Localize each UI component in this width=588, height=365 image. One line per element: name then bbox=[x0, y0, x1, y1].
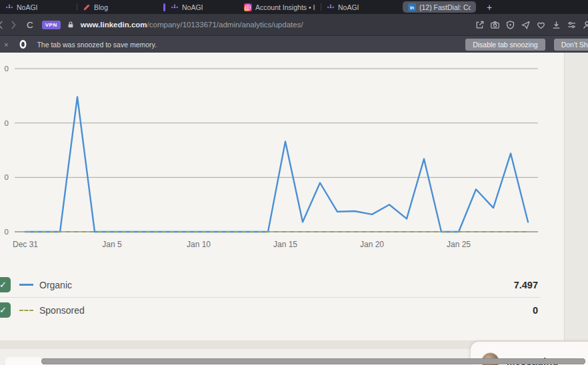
tab-label: Blog bbox=[94, 3, 108, 11]
sliders-icon[interactable] bbox=[567, 20, 577, 30]
tab-1[interactable]: NoAGI bbox=[0, 0, 77, 14]
snooze-buttons: Disable tab snoozingDon't Show bbox=[465, 39, 588, 51]
tab-2[interactable]: Blog bbox=[77, 0, 158, 14]
opera-logo-icon bbox=[18, 39, 28, 49]
svg-text:in: in bbox=[410, 5, 414, 9]
y-tick-label: 0 bbox=[5, 65, 9, 73]
address-bar[interactable]: www.linkedin.com/company/10133671/admin/… bbox=[81, 21, 303, 29]
tab-label: NoAGI bbox=[17, 3, 38, 11]
shield-icon[interactable] bbox=[505, 20, 515, 30]
snooze-bar: × The tab was snoozed to save memory. Di… bbox=[0, 36, 588, 53]
camera-icon[interactable] bbox=[490, 20, 500, 30]
noagi-icon bbox=[5, 3, 13, 11]
legend-line-sample-sponsored bbox=[19, 310, 33, 311]
x-tick-label: Dec 31 bbox=[13, 240, 38, 249]
tab-strip: NoAGIBlogNoAGIAccount Insights • InstaNo… bbox=[0, 0, 588, 14]
noagi-icon bbox=[171, 3, 179, 11]
page-content: 0000Dec 31Jan 5Jan 10Jan 15Jan 20Jan 25 … bbox=[0, 53, 588, 365]
close-icon[interactable]: × bbox=[4, 41, 8, 49]
tab-label: (12) FastDial: Company bbox=[419, 3, 471, 11]
active-tab-indicator bbox=[163, 3, 165, 11]
tab-label: NoAGI bbox=[338, 3, 359, 11]
updates-chart: 0000Dec 31Jan 5Jan 10Jan 15Jan 20Jan 25 bbox=[0, 53, 564, 252]
back-icon[interactable] bbox=[0, 21, 3, 29]
chart-svg: 0000Dec 31Jan 5Jan 10Jan 15Jan 20Jan 25 bbox=[0, 53, 564, 252]
legend-label-organic: Organic bbox=[39, 280, 72, 290]
url-host: www.linkedin.com bbox=[81, 21, 147, 29]
disable-tab-snoozing-button[interactable]: Disable tab snoozing bbox=[465, 39, 545, 51]
browser-toolbar: C VPN www.linkedin.com/company/10133671/… bbox=[0, 14, 588, 36]
x-tick-label: Jan 5 bbox=[102, 240, 122, 249]
organic-line bbox=[25, 97, 528, 232]
dont-show-button[interactable]: Don't Show bbox=[554, 39, 588, 51]
forward-icon[interactable] bbox=[11, 21, 17, 29]
y-tick-label: 0 bbox=[5, 173, 9, 181]
url-path: /company/10133671/admin/analytics/update… bbox=[147, 21, 303, 29]
send-icon[interactable] bbox=[521, 20, 531, 30]
page-right-background bbox=[564, 53, 588, 340]
tab-label: Account Insights • Insta bbox=[255, 3, 315, 11]
card-corner bbox=[5, 357, 43, 365]
legend-value-organic: 7.497 bbox=[514, 280, 538, 290]
tab-strip-tabs: NoAGIBlogNoAGIAccount Insights • InstaNo… bbox=[0, 0, 479, 14]
legend: ✓Organic7.497✓Sponsored0 bbox=[0, 272, 564, 322]
instagram-icon bbox=[244, 3, 252, 11]
blog-icon bbox=[83, 3, 91, 11]
download-icon[interactable] bbox=[551, 20, 561, 30]
legend-line-sample-organic bbox=[19, 284, 33, 286]
lock-icon bbox=[67, 21, 75, 29]
share-icon[interactable] bbox=[475, 20, 485, 30]
heart-icon[interactable] bbox=[536, 20, 546, 30]
profile-icon[interactable] bbox=[582, 20, 588, 30]
snooze-message: The tab was snoozed to save memory. bbox=[37, 41, 157, 49]
tab-label: NoAGI bbox=[182, 3, 203, 11]
tab-5[interactable]: NoAGI bbox=[321, 0, 401, 14]
legend-row-sponsored: ✓Sponsored0 bbox=[0, 298, 564, 322]
reload-icon[interactable]: C bbox=[27, 20, 33, 30]
vpn-badge[interactable]: VPN bbox=[42, 21, 61, 29]
x-tick-label: Jan 10 bbox=[187, 240, 211, 249]
tab-6-active[interactable]: in(12) FastDial: Company bbox=[403, 1, 476, 13]
noagi-icon bbox=[327, 3, 335, 11]
linkedin-icon: in bbox=[408, 3, 416, 11]
legend-checkbox-sponsored[interactable]: ✓ bbox=[0, 302, 11, 318]
legend-label-sponsored: Sponsored bbox=[39, 305, 85, 316]
tab-4[interactable]: Account Insights • Insta bbox=[239, 0, 321, 14]
y-tick-label: 0 bbox=[5, 228, 9, 236]
horizontal-scrollbar[interactable] bbox=[41, 358, 585, 364]
x-tick-label: Jan 20 bbox=[360, 240, 384, 249]
legend-checkbox-organic[interactable]: ✓ bbox=[0, 277, 11, 292]
browser-window: NoAGIBlogNoAGIAccount Insights • InstaNo… bbox=[0, 0, 588, 365]
toolbar-right-icons bbox=[475, 20, 588, 30]
y-tick-label: 0 bbox=[5, 119, 9, 127]
new-tab-button[interactable]: + bbox=[487, 3, 492, 12]
legend-row-organic: ✓Organic7.497 bbox=[0, 272, 564, 297]
tab-3[interactable]: NoAGI bbox=[158, 0, 239, 14]
x-tick-label: Jan 15 bbox=[273, 240, 297, 249]
legend-value-sponsored: 0 bbox=[533, 305, 538, 316]
x-tick-label: Jan 25 bbox=[447, 240, 471, 249]
